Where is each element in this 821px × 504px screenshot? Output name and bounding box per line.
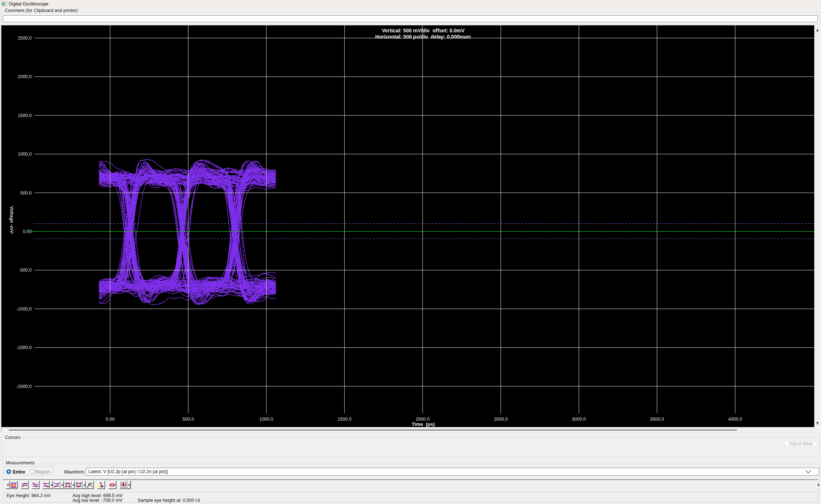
svg-text:Horizontal: 500 ps/div delay:: Horizontal: 500 ps/div delay: 0.000nsec	[375, 34, 471, 40]
svg-text:2000.0: 2000.0	[416, 417, 429, 422]
svg-text:Time (ps): Time (ps)	[412, 421, 435, 427]
svg-text:500.0: 500.0	[183, 417, 194, 422]
svg-text:1500.0: 1500.0	[18, 113, 32, 118]
svg-text:1000.0: 1000.0	[18, 152, 32, 157]
svg-text:-500.0: -500.0	[19, 268, 32, 273]
svg-text:-2000.0: -2000.0	[16, 384, 32, 389]
svg-text:500.0: 500.0	[20, 191, 32, 196]
svg-text:Vertical: 500 mV/div offset:: Vertical: 500 mV/div offset: 0.0mV	[382, 28, 465, 33]
svg-text:2500.0: 2500.0	[18, 36, 32, 41]
svg-text:0.00: 0.00	[106, 417, 114, 422]
svg-text:-1500.0: -1500.0	[16, 345, 32, 350]
svg-text:3500.0: 3500.0	[650, 417, 664, 422]
svg-text:4000.0: 4000.0	[728, 417, 742, 422]
svg-text:Voltage -mV-: Voltage -mV-	[9, 206, 15, 235]
svg-text:2500.0: 2500.0	[494, 417, 508, 422]
svg-text:2000.0: 2000.0	[18, 74, 32, 79]
svg-text:0.00: 0.00	[23, 229, 32, 234]
svg-text:1000.0: 1000.0	[259, 417, 273, 422]
svg-text:1500.0: 1500.0	[337, 417, 351, 422]
svg-text:-1000.0: -1000.0	[16, 307, 32, 312]
svg-text:3000.0: 3000.0	[572, 417, 586, 422]
